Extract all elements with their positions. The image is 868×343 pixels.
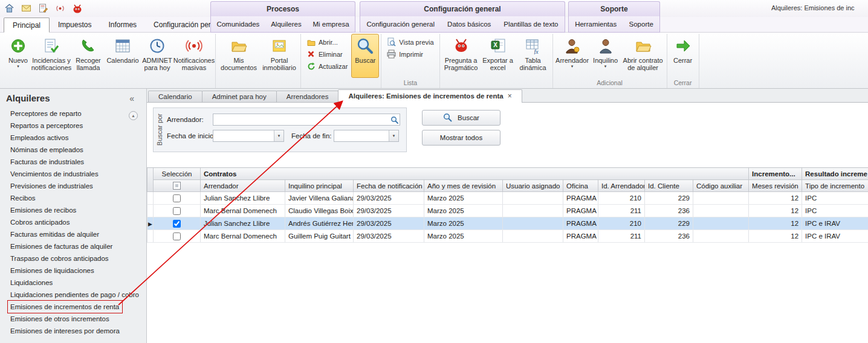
band-seleccion[interactable]: Selección (154, 168, 201, 180)
incidencias-button[interactable]: Incidencias y notificaciones (32, 34, 71, 78)
doc-tab-emisiones-incrementos[interactable]: Alquileres: Emisiones de incrementos de … (338, 89, 522, 103)
sidebar-item-emisiones-de-facturas-de-alquiler[interactable]: Emisiones de facturas de alquiler (0, 240, 146, 252)
sidebar-item-emisiones-de-incrementos-de-renta[interactable]: Emisiones de incrementos de renta (8, 301, 122, 313)
sidebar-item-emisiones-de-liquidaciones[interactable]: Emisiones de liquidaciones (0, 264, 146, 277)
tab-informes[interactable]: Informes (100, 18, 145, 33)
sidebar-item-previsiones-de-industriales[interactable]: Previsiones de industriales (0, 180, 146, 192)
tab-plantillas-texto[interactable]: Plantillas de texto (501, 21, 560, 28)
col-fecha-notificacion[interactable]: Fecha de notificación (354, 180, 424, 192)
sidebar: Alquileres « ▲ Perceptores de reparto Re… (0, 89, 147, 343)
tabla-dinamica-button[interactable]: fx Tabla dinámica (516, 34, 551, 78)
col-id-cliente[interactable]: Id. Cliente (645, 180, 693, 192)
adminet-para-hoy-button[interactable]: ADMINET para hoy (140, 34, 175, 78)
dropdown-arrow-icon[interactable]: ▼ (389, 130, 398, 141)
band-incremento[interactable]: Incremento... (749, 168, 802, 180)
nuevo-button[interactable]: Nuevo ▾ (4, 34, 32, 78)
portal-inmobiliario-button[interactable]: Portal inmobiliario (260, 34, 299, 78)
band-resultado-incremento[interactable]: Resultado increme (802, 168, 868, 180)
tab-soporte[interactable]: Soporte (627, 21, 656, 28)
tab-mi-empresa[interactable]: Mi empresa (311, 21, 352, 28)
col-ano-mes-revision[interactable]: Año y mes de revisión (424, 180, 503, 192)
vista-previa-button[interactable]: Vista previa (384, 37, 436, 47)
buscar-button[interactable]: Buscar (351, 34, 379, 78)
row-checkbox[interactable] (173, 232, 181, 240)
select-all-checkbox[interactable] (173, 182, 181, 190)
col-tipo-incremento[interactable]: Tipo de incremento (802, 180, 868, 192)
collapse-left-icon[interactable]: « (129, 94, 134, 103)
select-all-header[interactable] (154, 180, 201, 192)
sidebar-item-emisiones-de-otros-incrementos[interactable]: Emisiones de otros incrementos (0, 313, 146, 325)
sidebar-item-liquidaciones-pendientes[interactable]: Liquidaciones pendientes de pago / cobro (0, 289, 146, 301)
pragmatico-icon[interactable] (71, 2, 83, 14)
table-row[interactable]: Julian Sanchez Llibre Javier Villena Gal… (147, 192, 868, 205)
sidebar-item-liquidaciones[interactable]: Liquidaciones (0, 277, 146, 289)
col-codigo-auxiliar[interactable]: Código auxiliar (693, 180, 749, 192)
col-oficina[interactable]: Oficina (563, 180, 598, 192)
close-icon[interactable]: × (508, 92, 512, 100)
table-row-selected[interactable]: ▶ Julian Sanchez Llibre Andrés Gutiérrez… (147, 217, 868, 230)
fecha-fin-input[interactable] (334, 130, 389, 141)
notes-icon[interactable] (37, 2, 49, 14)
cerrar-button[interactable]: Cerrar (669, 34, 697, 78)
sidebar-item-vencimientos-de-industriales[interactable]: Vencimientos de industriales (0, 168, 146, 180)
doc-tab-calendario[interactable]: Calendario (148, 91, 202, 102)
row-checkbox[interactable] (173, 220, 181, 228)
sidebar-item-facturas-de-industriales[interactable]: Facturas de industriales (0, 156, 146, 168)
arrendador-input[interactable] (213, 114, 400, 126)
exportar-excel-button[interactable]: X Exportar a excel (481, 34, 516, 78)
dropdown-arrow-icon[interactable]: ▼ (274, 130, 283, 141)
pregunta-pragmatico-button[interactable]: Pregunta a Pragmático (442, 34, 481, 78)
actualizar-button[interactable]: Actualizar (304, 61, 350, 71)
tab-configuracion-general[interactable]: Configuración general (364, 21, 438, 28)
row-checkbox[interactable] (173, 194, 181, 202)
tab-alquileres[interactable]: Alquileres (268, 21, 304, 28)
recoger-llamada-button[interactable]: Recoger llamada (71, 34, 106, 78)
buscar-action-button[interactable]: Buscar (422, 110, 500, 126)
sidebar-item-emisiones-de-intereses-por-demora[interactable]: Emisiones de intereses por demora (0, 325, 146, 337)
cell-meses: 12 (749, 217, 802, 230)
tab-impuestos[interactable]: Impuestos (50, 18, 100, 33)
calendario-button[interactable]: Calendario (106, 34, 140, 78)
doc-tab-adminet-para-hoy[interactable]: Adminet para hoy (202, 91, 277, 102)
sidebar-item-nominas-de-empleados[interactable]: Nóminas de empleados (0, 144, 146, 156)
table-row[interactable]: Marc Bernal Domenech Claudio Villegas Bo… (147, 205, 868, 217)
tab-herramientas[interactable]: Herramientas (572, 21, 619, 28)
col-id-arrendador[interactable]: Id. Arrendador (598, 180, 645, 192)
sidebar-item-empleados-activos[interactable]: Empleados activos (0, 132, 146, 144)
doc-tab-arrendadores[interactable]: Arrendadores (276, 91, 339, 102)
sidebar-item-facturas-emitidas-de-alquiler[interactable]: Facturas emitidas de alquiler (0, 228, 146, 240)
sidebar-item-repartos-a-perceptores[interactable]: Repartos a perceptores (0, 120, 146, 132)
sidebar-item-traspaso-de-cobros-anticipados[interactable]: Traspaso de cobros anticipados (0, 252, 146, 264)
search-lookup-icon[interactable] (389, 115, 399, 124)
signal-icon[interactable] (54, 2, 66, 14)
arrendador-button[interactable]: Arrendador ▾ (555, 34, 590, 78)
tab-principal[interactable]: Principal (4, 18, 50, 33)
col-meses-revision[interactable]: Meses revisión (749, 180, 802, 192)
inquilino-button[interactable]: Inquilino ▾ (590, 34, 621, 78)
sidebar-item-emisiones-de-recibos[interactable]: Emisiones de recibos (0, 204, 146, 216)
scroll-up-icon[interactable]: ▲ (129, 111, 138, 120)
cerrar-label: Cerrar (673, 57, 692, 64)
row-indicator-cell: ▶ (147, 217, 154, 230)
sidebar-item-cobros-anticipados[interactable]: Cobros anticipados (0, 216, 146, 228)
imprimir-button[interactable]: Imprimir (384, 49, 436, 59)
sidebar-item-recibos[interactable]: Recibos (0, 192, 146, 204)
notificaciones-masivas-button[interactable]: Notificaciones masivas (175, 34, 213, 78)
table-row[interactable]: Marc Bernal Domenech Guillem Puig Guitar… (147, 230, 868, 243)
eliminar-button[interactable]: Eliminar (304, 49, 350, 59)
fecha-inicio-input[interactable] (213, 130, 274, 141)
tab-comunidades[interactable]: Comunidades (214, 21, 262, 28)
mis-documentos-button[interactable]: Mis documentos (218, 34, 260, 78)
home-icon[interactable] (4, 2, 15, 14)
sidebar-item-perceptores-de-reparto[interactable]: Perceptores de reparto (0, 107, 146, 120)
mail-icon[interactable] (21, 2, 32, 14)
col-usuario-asignado[interactable]: Usuario asignado (503, 180, 563, 192)
col-arrendador[interactable]: Arrendador (201, 180, 285, 192)
band-contratos[interactable]: Contratos (201, 168, 749, 180)
abrir-button[interactable]: Abrir... (304, 37, 350, 47)
col-inquilino-principal[interactable]: Inquilino principal (285, 180, 354, 192)
abrir-contrato-button[interactable]: Abrir contrato de alquiler (621, 34, 665, 78)
mostrar-todos-button[interactable]: Mostrar todos (422, 130, 500, 146)
tab-datos-basicos[interactable]: Datos básicos (445, 21, 493, 28)
row-checkbox[interactable] (173, 207, 181, 215)
